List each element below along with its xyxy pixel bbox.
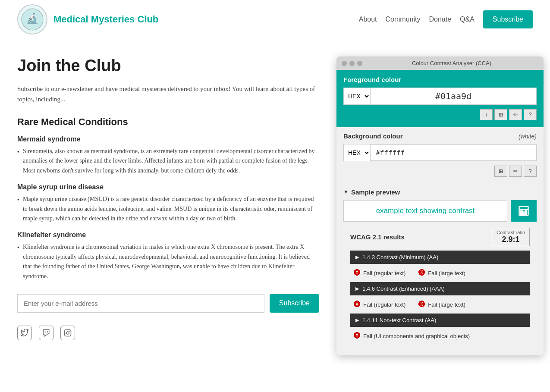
result-item-0-1: 🅧 Fail (large text) — [418, 269, 465, 277]
background-label-row: Background colour (white) — [343, 132, 537, 140]
result-text-0-1: Fail (large text) — [428, 270, 465, 276]
preview-label-row: ▼ Sample preview — [343, 188, 537, 196]
wcag-rule-1[interactable]: ▶ 1.4.6 Contrast (Enhanced) (AAA) — [350, 282, 530, 295]
social-icons — [17, 326, 319, 340]
cca-panel: Colour Contrast Analyser (CCA) Foregroun… — [336, 56, 544, 355]
result-text-1-1: Fail (large text) — [428, 301, 465, 308]
background-label: Background colour — [343, 132, 403, 140]
preview-sample-text: example text showing contrast — [376, 207, 475, 215]
subscribe-button[interactable]: Subscribe — [270, 294, 319, 313]
section-title: Rare Medical Conditions — [17, 116, 319, 128]
titlebar-dot-2 — [349, 61, 355, 66]
condition-list-2: Klinefelter syndrome is a chromosomal va… — [17, 242, 319, 281]
wcag-result-row-2: 🅧 Fail (UI components and graphical obje… — [350, 329, 530, 343]
email-section: Subscribe — [17, 294, 319, 313]
site-title-link[interactable]: Medical Mysteries Club — [53, 14, 158, 25]
cca-title: Colour Contrast Analyser (CCA) — [365, 60, 538, 66]
main-nav: About Community Donate Q&A Subscribe — [359, 10, 533, 28]
condition-list-1: Maple syrup urine disease (MSUD) is a ra… — [17, 194, 319, 223]
rule-triangle-icon-2: ▶ — [355, 317, 359, 323]
svg-rect-12 — [525, 210, 527, 214]
wcag-rule-2[interactable]: ▶ 1.4.11 Non-text Contrast (AA) — [350, 314, 530, 327]
list-item: Klinefelter syndrome is a chromosomal va… — [17, 242, 319, 281]
nav-about[interactable]: About — [359, 16, 377, 23]
twitter-icon[interactable] — [17, 326, 32, 340]
rule-triangle-icon-0: ▶ — [355, 254, 359, 260]
foreground-section: Foreground colour HEX ↕ ⊞ ✏ ? — [336, 70, 544, 127]
wcag-rule-label-1: 1.4.6 Contrast (Enhanced) (AAA) — [362, 285, 445, 292]
logo-area: 🔬 Medical Mysteries Club — [17, 4, 158, 34]
preview-section: ▼ Sample preview example text showing co… — [336, 184, 544, 355]
site-logo: 🔬 — [17, 4, 47, 34]
instagram-icon[interactable] — [60, 326, 75, 340]
condition-title-0: Mermaid syndrome — [17, 135, 319, 143]
foreground-help-btn[interactable]: ? — [524, 109, 537, 120]
nav-community[interactable]: Community — [386, 16, 421, 23]
condition-title-2: Klinefelter syndrome — [17, 231, 319, 239]
result-item-0-0: 🅧 Fail (regular text) — [354, 269, 405, 277]
result-text-1-0: Fail (regular text) — [363, 301, 405, 308]
foreground-picker-btn[interactable]: ⊞ — [494, 109, 507, 120]
main-layout: Join the Club Subscribe to our e-newslet… — [0, 39, 550, 364]
background-section: Background colour (white) HEX ⊞ ✏ ? — [336, 127, 544, 184]
background-value-input[interactable] — [371, 144, 537, 161]
foreground-swap-btn[interactable]: ↕ — [480, 109, 493, 120]
site-header: 🔬 Medical Mysteries Club About Community… — [0, 0, 550, 39]
background-tools-row: ⊞ ✏ ? — [343, 166, 537, 177]
svg-point-5 — [66, 332, 69, 334]
wcag-result-row-0: 🅧 Fail (regular text) 🅧 Fail (large text… — [350, 267, 530, 280]
preview-triangle-icon: ▼ — [343, 189, 349, 195]
wcag-rule-label-2: 1.4.11 Non-text Contrast (AA) — [362, 317, 436, 323]
wcag-section: WCAG 2.1 results Contrast ratio 2.9:1 ▶ … — [343, 228, 537, 350]
titlebar-dot-1 — [342, 61, 347, 66]
preview-chart-button[interactable] — [511, 200, 537, 222]
nav-subscribe-button[interactable]: Subscribe — [483, 10, 533, 28]
nav-qa[interactable]: Q&A — [460, 16, 475, 23]
foreground-value-input[interactable] — [371, 88, 537, 105]
background-format-select[interactable]: HEX — [343, 144, 371, 161]
result-text-2-0: Fail (UI components and graphical object… — [363, 333, 470, 339]
wcag-rule-0[interactable]: ▶ 1.4.3 Contrast (Minimum) (AA) — [350, 251, 530, 264]
page-title: Join the Club — [17, 56, 319, 75]
fail-icon: 🅧 — [354, 269, 361, 277]
wcag-result-row-1: 🅧 Fail (regular text) 🅧 Fail (large text… — [350, 298, 530, 312]
condition-list-0: Sirenomelia, also known as mermaid syndr… — [17, 147, 319, 176]
wcag-title: WCAG 2.1 results — [350, 233, 405, 241]
background-picker-btn[interactable]: ⊞ — [494, 166, 507, 177]
intro-text: Subscribe to our e-newsletter and have m… — [17, 84, 319, 104]
list-item-text: Maple syrup urine disease (MSUD) is a ra… — [23, 194, 319, 223]
foreground-format-select[interactable]: HEX — [343, 88, 371, 105]
contrast-ratio-box: Contrast ratio 2.9:1 — [492, 228, 530, 246]
left-content: Join the Club Subscribe to our e-newslet… — [17, 56, 319, 355]
fail-icon: 🅧 — [418, 301, 425, 308]
foreground-eyedropper-btn[interactable]: ✏ — [509, 109, 522, 120]
wcag-header-row: WCAG 2.1 results Contrast ratio 2.9:1 — [350, 228, 530, 246]
background-white-label: (white) — [519, 133, 537, 140]
background-eyedropper-btn[interactable]: ✏ — [509, 166, 522, 177]
foreground-label: Foreground colour — [343, 76, 537, 83]
fail-icon: 🅧 — [418, 269, 425, 277]
nav-donate[interactable]: Donate — [429, 16, 451, 23]
result-text-0-0: Fail (regular text) — [363, 270, 405, 276]
svg-rect-11 — [523, 212, 525, 214]
titlebar-dot-3 — [357, 61, 362, 66]
background-help-btn[interactable]: ? — [524, 166, 537, 177]
preview-text-box: example text showing contrast — [343, 200, 507, 222]
foreground-tools-row: ↕ ⊞ ✏ ? — [343, 109, 537, 120]
fail-icon: 🅧 — [354, 332, 361, 340]
svg-text:🔬: 🔬 — [26, 12, 39, 25]
rule-triangle-icon-1: ▶ — [355, 286, 359, 292]
list-item: Sirenomelia, also known as mermaid syndr… — [17, 147, 319, 176]
cca-window: Colour Contrast Analyser (CCA) Foregroun… — [336, 56, 544, 355]
contrast-ratio-value: 2.9:1 — [497, 235, 525, 244]
email-input[interactable] — [17, 294, 264, 313]
svg-rect-10 — [520, 211, 522, 214]
twitch-icon[interactable] — [39, 326, 53, 340]
preview-area: example text showing contrast — [343, 200, 537, 222]
list-item: Maple syrup urine disease (MSUD) is a ra… — [17, 194, 319, 223]
condition-title-1: Maple syrup urine disease — [17, 183, 319, 191]
preview-label: Sample preview — [351, 188, 400, 196]
wcag-rule-label-0: 1.4.3 Contrast (Minimum) (AA) — [362, 254, 438, 260]
svg-point-6 — [69, 331, 70, 331]
cca-titlebar: Colour Contrast Analyser (CCA) — [336, 56, 544, 70]
